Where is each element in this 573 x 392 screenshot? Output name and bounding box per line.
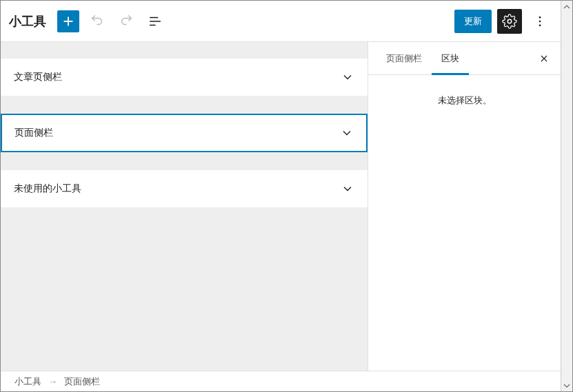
update-button[interactable]: 更新 — [454, 10, 492, 33]
undo-button[interactable] — [86, 10, 108, 32]
topbar-right: 更新 — [454, 9, 552, 34]
scrollbar-down-arrow[interactable] — [563, 381, 572, 390]
page-title: 小工具 — [9, 13, 46, 30]
sidebar: 页面侧栏 区块 未选择区块。 — [368, 42, 561, 371]
breadcrumb-root[interactable]: 小工具 — [14, 375, 41, 388]
list-view-button[interactable] — [144, 10, 166, 32]
svg-point-2 — [539, 24, 541, 26]
redo-button[interactable] — [115, 10, 137, 32]
svg-point-1 — [539, 20, 541, 22]
close-sidebar-button[interactable] — [536, 50, 552, 67]
topbar-left: 小工具 — [9, 10, 166, 32]
no-block-selected-message: 未选择区块。 — [438, 95, 492, 105]
widget-area-panel[interactable]: 页面侧栏 — [1, 114, 368, 152]
widget-area-label: 页面侧栏 — [14, 127, 53, 139]
sidebar-body: 未选择区块。 — [368, 75, 561, 371]
breadcrumb-current[interactable]: 页面侧栏 — [64, 375, 100, 388]
add-block-button[interactable] — [57, 10, 79, 32]
tab-block[interactable]: 区块 — [432, 43, 469, 74]
close-icon — [539, 53, 550, 64]
widget-area-panel[interactable]: 未使用的小工具 — [1, 170, 368, 207]
widget-area-label: 未使用的小工具 — [14, 183, 81, 195]
chevron-down-icon — [340, 126, 354, 140]
scrollbar-up-arrow[interactable] — [563, 2, 572, 11]
tab-widget-area[interactable]: 页面侧栏 — [376, 43, 432, 74]
sidebar-tabs: 页面侧栏 区块 — [368, 42, 561, 75]
vertical-scrollbar[interactable] — [561, 1, 572, 391]
chevron-down-icon — [341, 182, 354, 196]
redo-icon — [119, 14, 134, 29]
widget-area-label: 文章页侧栏 — [14, 71, 62, 83]
widget-area-panel[interactable]: 文章页侧栏 — [1, 59, 368, 96]
topbar: 小工具 更新 — [1, 1, 561, 42]
plus-icon — [61, 14, 76, 29]
undo-icon — [90, 14, 105, 29]
more-vertical-icon — [533, 14, 547, 28]
more-options-button[interactable] — [527, 9, 552, 34]
gear-icon — [502, 14, 517, 29]
widget-canvas: 文章页侧栏 页面侧栏 未使用的小工具 — [1, 42, 368, 371]
settings-button[interactable] — [497, 9, 522, 34]
list-view-icon — [148, 14, 163, 29]
breadcrumb: 小工具 → 页面侧栏 — [1, 371, 561, 391]
chevron-down-icon — [341, 70, 354, 84]
svg-point-0 — [539, 16, 541, 18]
breadcrumb-separator: → — [48, 376, 57, 386]
